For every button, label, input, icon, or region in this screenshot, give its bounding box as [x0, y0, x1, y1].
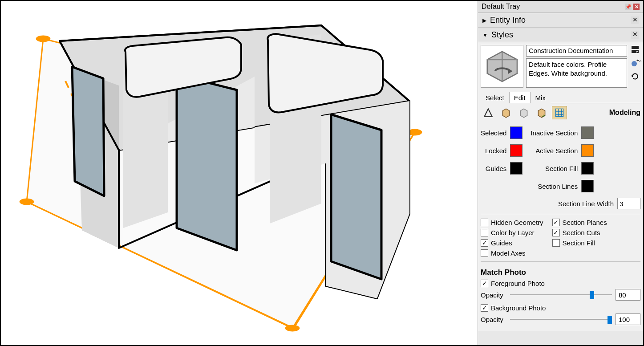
checkbox[interactable]: ✓ [552, 229, 560, 236]
panel-close-entity-info[interactable]: ✕ [631, 16, 639, 24]
checkbox-label: Color by Layer [491, 229, 535, 236]
color-row-left-1: Locked [481, 144, 522, 157]
svg-marker-29 [177, 75, 237, 250]
panel-tab-styles[interactable]: ▼ Styles ✕ [478, 28, 643, 42]
color-swatch[interactable] [510, 126, 522, 139]
checkbox-label: Model Axes [491, 249, 526, 257]
visibility-checks: Hidden GeometryColor by Layer✓GuidesMode… [481, 217, 640, 259]
watermark-settings-button[interactable]: ok [534, 106, 549, 119]
color-row-right-0: Inactive Section [531, 126, 594, 139]
color-swatch[interactable] [581, 144, 594, 157]
scroll-up-icon[interactable]: ⌃ [638, 59, 642, 68]
checkbox[interactable] [481, 229, 488, 236]
tray-close-icon[interactable]: ✕ [633, 4, 640, 10]
color-swatch[interactable] [581, 162, 594, 175]
panel-tab-entity-info[interactable]: ▶ Entity Info ✕ [478, 13, 643, 28]
tab-select[interactable]: Select [481, 92, 509, 103]
tray-header: Default Tray 📌 ✕ [478, 1, 643, 13]
checkbox-label: Guides [491, 239, 512, 247]
edit-mode-label: Modeling [609, 109, 640, 117]
checkbox-label: Section Cuts [563, 229, 600, 236]
color-swatch[interactable] [510, 162, 522, 175]
background-photo-checkbox[interactable]: ✓ [481, 304, 488, 312]
check-row: Section Fill [552, 239, 607, 247]
pin-icon[interactable]: 📌 [625, 4, 632, 10]
foreground-photo-checkbox[interactable]: ✓ [481, 280, 488, 287]
checkbox-label: Section Planes [563, 219, 607, 226]
background-settings-button[interactable] [516, 106, 531, 119]
color-row-left-0: Selected [481, 126, 522, 139]
color-label: Selected [481, 129, 506, 137]
background-photo-label: Background Photo [491, 304, 546, 312]
color-swatch[interactable] [581, 126, 594, 139]
face-settings-button[interactable] [498, 106, 514, 119]
divider [481, 261, 640, 262]
svg-point-20 [285, 325, 300, 331]
check-row: Color by Layer [481, 229, 543, 236]
svg-point-18 [36, 36, 50, 42]
color-row-right-1: Active Section [531, 144, 594, 157]
foreground-photo-label: Foreground Photo [491, 280, 545, 287]
color-label: Guides [486, 165, 507, 172]
collapse-icon: ▼ [482, 32, 488, 38]
color-swatch[interactable] [510, 144, 522, 157]
edit-mode-row: ok Modeling [481, 106, 640, 119]
tab-mix[interactable]: Mix [531, 92, 551, 103]
bg-opacity-label: Opacity [481, 316, 506, 323]
checkbox[interactable] [481, 219, 488, 226]
color-row-left-2: Guides [481, 162, 522, 175]
edge-settings-button[interactable] [481, 106, 496, 119]
svg-point-21 [20, 199, 34, 205]
check-row: Hidden Geometry [481, 219, 543, 226]
checkbox[interactable]: ✓ [552, 219, 560, 226]
bg-opacity-slider[interactable] [510, 315, 612, 323]
svg-rect-33 [632, 46, 639, 49]
color-row-right-2: Section Fill [531, 162, 594, 175]
style-desc-input[interactable]: Default face colors. Profile Edges. Whit… [526, 58, 627, 88]
color-label: Inactive Section [531, 129, 578, 137]
color-swatch[interactable] [581, 180, 594, 192]
display-secondary-pane-icon[interactable] [631, 45, 640, 54]
styles-tabs: Select Edit Mix [481, 91, 640, 103]
update-style-icon[interactable] [631, 72, 640, 81]
divider [481, 214, 640, 214]
svg-marker-40 [502, 109, 509, 118]
styles-panel: ⌃ Construction Documentation Default fac… [478, 42, 643, 331]
modeling-settings-button[interactable] [552, 106, 567, 119]
color-label: Locked [485, 147, 506, 155]
svg-marker-39 [484, 109, 492, 116]
check-row: Model Axes [481, 249, 543, 257]
tray-title: Default Tray [482, 3, 624, 11]
svg-text:ok: ok [542, 114, 545, 118]
checkbox[interactable] [481, 249, 488, 257]
check-row: ✓Guides [481, 239, 543, 247]
entity-info-title: Entity Info [490, 16, 631, 25]
expand-icon: ▶ [482, 17, 486, 24]
panel-close-styles[interactable]: ✕ [631, 31, 639, 39]
tab-edit[interactable]: Edit [509, 92, 531, 103]
svg-marker-41 [520, 109, 527, 118]
svg-marker-30 [331, 114, 381, 279]
bg-opacity-input[interactable] [616, 313, 640, 325]
svg-marker-28 [72, 67, 104, 196]
default-tray: Default Tray 📌 ✕ ▶ Entity Info ✕ ▼ Style… [478, 1, 643, 345]
fg-opacity-input[interactable] [616, 289, 640, 301]
checkbox-label: Section Fill [563, 239, 595, 247]
checkbox[interactable]: ✓ [481, 239, 488, 247]
style-thumbnail[interactable] [481, 45, 523, 88]
color-label: Active Section [535, 147, 578, 155]
colors-area: SelectedLockedGuides Inactive SectionAct… [481, 125, 640, 198]
color-row-right-3: Section Lines [531, 180, 594, 192]
match-photo-heading: Match Photo [481, 265, 640, 280]
section-line-width-input[interactable] [617, 198, 640, 209]
check-row: ✓Section Cuts [552, 229, 607, 236]
check-row: ✓Section Planes [552, 219, 607, 226]
style-name-input[interactable]: Construction Documentation [526, 45, 627, 57]
color-label: Section Lines [538, 183, 578, 190]
fg-opacity-slider[interactable] [510, 291, 612, 299]
checkbox-label: Hidden Geometry [491, 219, 543, 226]
checkbox[interactable] [552, 239, 560, 247]
viewport-3d[interactable] [1, 1, 478, 345]
fg-opacity-label: Opacity [481, 291, 506, 299]
section-line-width-label: Section Line Width [558, 200, 614, 208]
